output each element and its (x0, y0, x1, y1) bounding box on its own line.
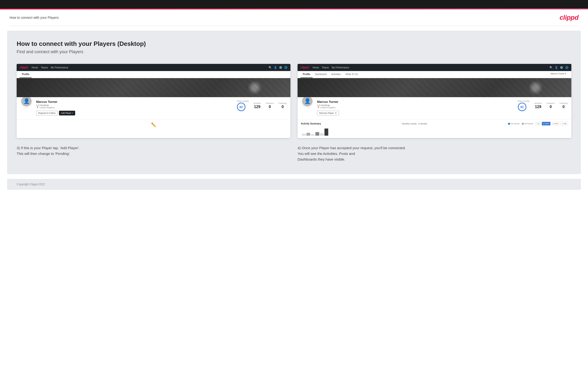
right-user-icon[interactable]: 👤 (555, 66, 558, 69)
left-profile-actions: Request to Follow Add Player + (36, 111, 233, 116)
left-tab-bar: Profile (17, 71, 290, 78)
left-hero-image (17, 78, 290, 97)
left-profile-section: 👤 Marcus Turner 1-5 Handicap 📍 United Ki… (17, 97, 290, 119)
right-followers-label: Followers (547, 102, 555, 104)
right-quality-label: Player Quality (518, 100, 530, 102)
right-profile-section: 👤 Marcus Turner 1-5 Handicap 📍 United Ki… (298, 97, 571, 119)
request-follow-button[interactable]: Request to Follow (36, 111, 58, 116)
activity-controls: On course Off course 1 yr 6 mths 3 mths (508, 122, 568, 125)
left-nav-performance[interactable]: My Performance (51, 66, 68, 69)
left-player-handicap: 1-5 Handicap (36, 104, 233, 106)
search-icon[interactable]: 🔍 (268, 66, 272, 69)
left-stat-activities: Activities 129 (253, 102, 261, 109)
period-6mths[interactable]: 6 mths (542, 122, 550, 125)
right-stats-row: Player Quality 92 Activities 129 Followe… (518, 100, 568, 111)
left-stat-followers: Followers 0 (266, 102, 274, 109)
tab-profile-left[interactable]: Profile (19, 71, 32, 78)
right-player-name: Marcus Turner (317, 100, 514, 104)
activity-summary: Activity Summary Monthly Activity · 6 Mo… (298, 119, 571, 138)
right-tabs: Profile Dashboard Activities What To On (300, 71, 360, 78)
activity-bar-chart (301, 127, 568, 136)
left-stat-following: Following 0 (278, 102, 287, 109)
right-location-pin-icon: 📍 (317, 106, 320, 109)
left-quality-label: Player Quality (237, 100, 249, 102)
right-globe-icon[interactable]: 🌐 (565, 66, 569, 69)
description-3: 3) If this is your Player tap, 'Add Play… (17, 145, 290, 162)
right-stat-quality: Player Quality 92 (518, 100, 530, 111)
right-nav-performance[interactable]: My Performance (332, 66, 349, 69)
right-nav-right: 🔍 👤 ⚙️ 🌐 (549, 66, 569, 69)
legend-off-course: Off course (522, 123, 533, 125)
left-nav-links: Home Teams My Performance (32, 66, 68, 69)
right-nav-home[interactable]: Home (312, 66, 319, 69)
right-stat-following: Following 0 (560, 102, 568, 109)
right-stat-followers: Followers 0 (547, 102, 555, 109)
left-app-logo: clippd (19, 66, 28, 69)
on-course-dot (508, 123, 510, 125)
right-quality-circle: 92 (518, 103, 526, 111)
right-settings-icon[interactable]: ⚙️ (560, 66, 563, 69)
right-activities-label: Activities (534, 102, 542, 104)
left-player-name: Marcus Turner (36, 100, 233, 104)
right-profile-actions: Remove Player ✕ (317, 111, 514, 116)
pencil-icon: ✏️ (151, 122, 156, 128)
descriptions-row: 3) If this is your Player tap, 'Add Play… (17, 145, 571, 162)
player-selector[interactable]: Marcus Turner ▾ (548, 71, 569, 78)
right-following-value: 0 (560, 105, 568, 109)
left-screenshot-bottom: ✏️ (17, 119, 290, 131)
left-activities-value: 129 (253, 105, 261, 109)
location-pin-icon: 📍 (36, 106, 39, 109)
left-followers-value: 0 (266, 105, 274, 109)
user-icon[interactable]: 👤 (274, 66, 277, 69)
page-title: How to connect with your Players (9, 16, 59, 19)
bar-2 (306, 133, 310, 136)
activity-legend: On course Off course (508, 123, 533, 125)
period-1mth[interactable]: 1 mth (560, 122, 568, 125)
remove-player-button[interactable]: Remove Player ✕ (317, 111, 339, 116)
screenshot-right: clippd Home Teams My Performance 🔍 👤 ⚙️ … (298, 64, 571, 138)
right-profile-info: Marcus Turner 1-5 Handicap 📍 United King… (317, 100, 514, 116)
left-nav-teams[interactable]: Teams (41, 66, 48, 69)
globe-icon[interactable]: 🌐 (284, 66, 288, 69)
left-following-label: Following (278, 102, 287, 104)
page-header: How to connect with your Players clippd (0, 9, 588, 26)
top-bar (0, 0, 588, 8)
avatar-person-icon: 👤 (23, 98, 30, 104)
bar-5 (320, 133, 324, 136)
left-nav-home[interactable]: Home (32, 66, 38, 69)
activity-period-label: Monthly Activity · 6 Months (402, 123, 427, 125)
right-player-location: 📍 United Kingdom (317, 106, 514, 109)
bar-6 (324, 128, 328, 136)
tab-dashboard[interactable]: Dashboard (312, 71, 329, 78)
right-activities-value: 129 (534, 105, 542, 109)
legend-on-course: On course (508, 123, 519, 125)
right-search-icon[interactable]: 🔍 (549, 66, 553, 69)
main-heading: How to connect with your Players (Deskto… (17, 40, 571, 48)
page-footer: Copyright Clippd 2022 (7, 179, 581, 190)
tab-activities[interactable]: Activities (329, 71, 343, 78)
left-following-value: 0 (278, 105, 287, 109)
activity-title: Activity Summary (301, 122, 321, 125)
screenshots-row: clippd Home Teams My Performance 🔍 👤 ⚙️ … (17, 64, 571, 138)
header-divider (9, 26, 579, 26)
right-nav-teams[interactable]: Teams (322, 66, 329, 69)
right-navbar: clippd Home Teams My Performance 🔍 👤 ⚙️ … (298, 64, 571, 71)
period-3mths[interactable]: 3 mths (551, 122, 560, 125)
tab-what-to-on[interactable]: What To On (343, 71, 361, 78)
left-player-location: 📍 United Kingdom (36, 106, 233, 109)
tab-profile-right[interactable]: Profile (300, 71, 312, 78)
description-4: 4) Once your Player has accepted your re… (298, 145, 571, 162)
right-player-handicap: 1-5 Handicap (317, 104, 514, 106)
right-nav-links: Home Teams My Performance (312, 66, 349, 69)
period-1yr[interactable]: 1 yr (535, 122, 541, 125)
left-profile-info: Marcus Turner 1-5 Handicap 📍 United King… (36, 100, 233, 116)
left-followers-label: Followers (266, 102, 274, 104)
right-stat-activities: Activities 129 (534, 102, 542, 109)
settings-icon[interactable]: ⚙️ (279, 66, 282, 69)
left-activities-label: Activities (253, 102, 261, 104)
left-stat-quality: Player Quality 92 (237, 100, 249, 111)
close-icon: ✕ (335, 112, 337, 114)
right-avatar-person-icon: 👤 (304, 98, 311, 104)
add-player-button[interactable]: Add Player + (59, 111, 75, 116)
off-course-dot (522, 123, 524, 125)
